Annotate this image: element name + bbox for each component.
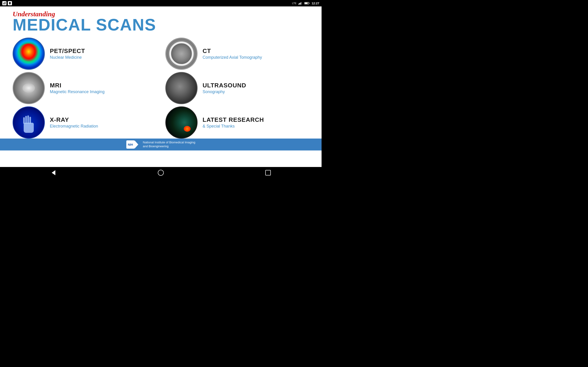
main-content: Understanding Medical Scans PET/SPECT Nu… [0,6,321,167]
svg-rect-9 [309,3,309,4]
nih-logo: NIH [126,140,138,149]
mri-subtitle: Magnetic Resonance Imaging [50,90,104,94]
svg-rect-4 [298,4,299,5]
scan-item-latest-research[interactable]: LATEST RESEARCH & Special Thanks [165,106,309,139]
mri-image [13,72,45,104]
scan-item-pet-spect[interactable]: PET/SPECT Nuclear Medicine [13,38,156,70]
ct-info: CT Computerized Axial Tomography [203,48,262,60]
clock: 12:27 [312,2,319,5]
back-button[interactable] [48,167,59,178]
ultrasound-info: ULTRASOUND Sonography [203,82,246,94]
ultrasound-subtitle: Sonography [203,90,246,94]
nih-full-name: National Institute of Biomedical Imaging… [143,141,195,148]
battery-icon [304,2,310,5]
lte-label: LTE [292,2,296,5]
pet-spect-info: PET/SPECT Nuclear Medicine [50,48,85,60]
svg-rect-7 [301,2,302,5]
mri-info: MRI Magnetic Resonance Imaging [50,82,104,94]
svg-rect-1 [4,2,5,4]
xray-title: X-RAY [50,116,98,123]
mri-title: MRI [50,82,104,89]
ultrasound-title: ULTRASOUND [203,82,246,89]
pet-spect-subtitle: Nuclear Medicine [50,55,85,60]
scan-grid: PET/SPECT Nuclear Medicine CT Computeriz… [0,35,321,139]
status-bar: LTE 12:27 [0,0,321,6]
xray-info: X-RAY Electromagnetic Radiation [50,116,98,129]
ct-title: CT [203,48,262,55]
xray-subtitle: Electromagnetic Radiation [50,124,98,129]
latest-research-info: LATEST RESEARCH & Special Thanks [203,116,264,129]
nih-arrow-icon [135,140,138,149]
app-title: Medical Scans [13,17,309,33]
status-right: LTE 12:27 [292,2,319,5]
footer-bar: NIH National Institute of Biomedical Ima… [0,139,321,150]
app-header: Understanding Medical Scans [0,6,321,35]
ct-image [165,38,198,70]
svg-rect-2 [5,2,6,4]
scan-item-ct[interactable]: CT Computerized Axial Tomography [165,38,309,70]
scan-item-ultrasound[interactable]: ULTRASOUND Sonography [165,72,309,104]
nav-bar [0,167,321,178]
latest-research-title: LATEST RESEARCH [203,116,264,123]
signal-icon [298,2,303,5]
nih-abbr-box: NIH [126,140,135,149]
svg-rect-0 [3,3,4,4]
ct-subtitle: Computerized Axial Tomography [203,55,262,60]
pet-spect-image [13,38,45,70]
scan-item-mri[interactable]: MRI Magnetic Resonance Imaging [13,72,156,104]
latest-research-subtitle: & Special Thanks [203,124,264,129]
recent-apps-button[interactable] [262,167,274,178]
ultrasound-image [165,72,198,104]
svg-rect-5 [299,3,300,5]
notification-icon [8,1,12,5]
pet-spect-title: PET/SPECT [50,48,85,55]
status-left-icons [2,1,12,5]
svg-point-3 [9,4,10,5]
latest-research-image [165,106,198,139]
wifi-icon [2,1,6,5]
scan-item-xray[interactable]: X-RAY Electromagnetic Radiation [13,106,156,139]
svg-rect-6 [300,2,301,5]
home-button[interactable] [155,167,166,178]
xray-image [13,106,45,139]
